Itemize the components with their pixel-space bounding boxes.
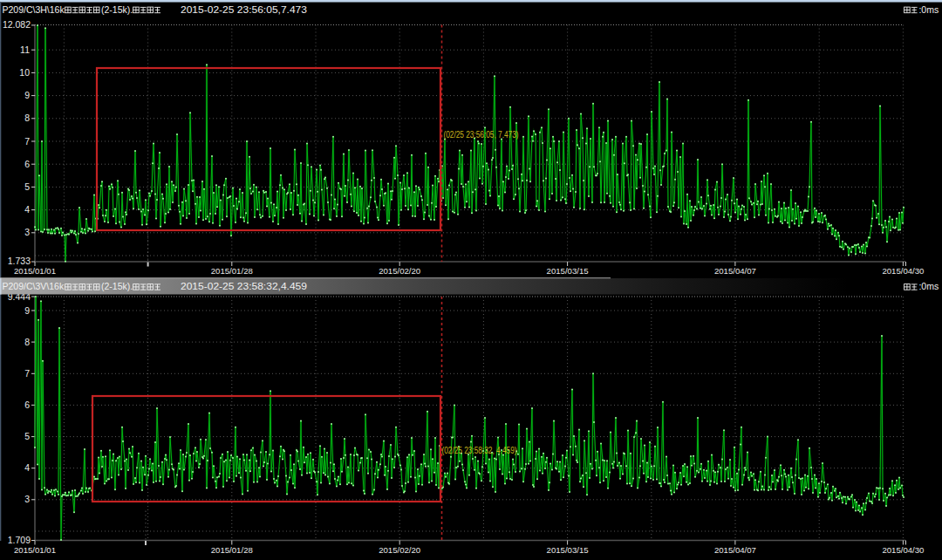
svg-text:(02/25 23:58:32, 4.459): (02/25 23:58:32, 4.459) (442, 446, 517, 455)
svg-text:2015/04/07: 2015/04/07 (714, 545, 756, 555)
svg-text:8: 8 (24, 113, 30, 123)
svg-text:12.082: 12.082 (3, 19, 31, 30)
svg-text:8: 8 (24, 337, 30, 347)
svg-text:4: 4 (24, 204, 30, 215)
svg-text:5: 5 (24, 431, 30, 441)
svg-text:7: 7 (24, 368, 30, 379)
svg-text:(02/25 23:56:05, 7.473): (02/25 23:56:05, 7.473) (444, 130, 519, 140)
svg-text:6: 6 (24, 400, 30, 410)
svg-text:11: 11 (20, 44, 30, 55)
svg-text:9: 9 (24, 90, 30, 100)
svg-text:9: 9 (24, 305, 30, 316)
svg-text:2015/01/28: 2015/01/28 (211, 266, 253, 276)
svg-text:2015/04/30: 2015/04/30 (882, 266, 924, 276)
svg-text:7: 7 (24, 136, 30, 147)
svg-text:2015/02/20: 2015/02/20 (379, 545, 420, 555)
svg-text:2015-02-25 23:58:32,4.459: 2015-02-25 23:58:32,4.459 (181, 281, 307, 291)
svg-text:4: 4 (24, 462, 30, 473)
svg-text:2015/03/15: 2015/03/15 (547, 545, 589, 555)
svg-text:2015/02/20: 2015/02/20 (379, 266, 420, 276)
svg-text:5: 5 (24, 181, 30, 192)
svg-text:2015/04/07: 2015/04/07 (714, 266, 756, 276)
svg-text:6: 6 (24, 159, 30, 169)
svg-text:2015/04/30: 2015/04/30 (882, 545, 924, 555)
svg-text:2015/01/01: 2015/01/01 (14, 545, 56, 555)
svg-text:(2-15k).: (2-15k). (101, 4, 133, 15)
svg-text:10: 10 (19, 67, 30, 78)
svg-text:1.733: 1.733 (8, 256, 31, 266)
svg-text:P209/C\3V\16k: P209/C\3V\16k (3, 281, 65, 291)
svg-text:1.709: 1.709 (8, 535, 31, 545)
svg-text:P209/C\3H\16k: P209/C\3H\16k (3, 4, 65, 15)
svg-text:2015-02-25 23:56:05,7.473: 2015-02-25 23:56:05,7.473 (181, 4, 307, 15)
svg-text:3: 3 (24, 227, 30, 237)
svg-text:(2-15k).: (2-15k). (101, 281, 133, 291)
svg-text:2015/03/15: 2015/03/15 (547, 266, 589, 276)
svg-text:2015/01/28: 2015/01/28 (211, 545, 253, 555)
svg-text::0ms: :0ms (918, 281, 939, 291)
svg-text:3: 3 (24, 494, 30, 504)
svg-text::0ms: :0ms (918, 4, 939, 15)
svg-text:2015/01/01: 2015/01/01 (14, 266, 56, 276)
